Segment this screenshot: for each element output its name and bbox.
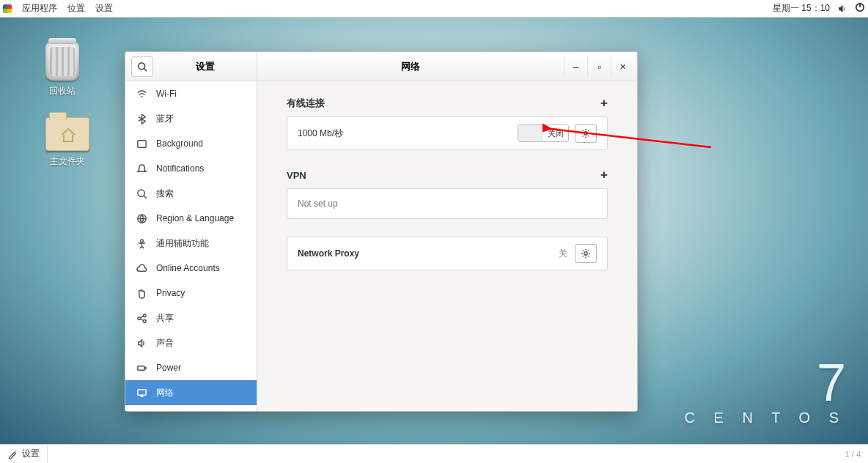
sidebar-item-label: Wi-Fi xyxy=(156,89,177,99)
titlebar: 设置 网络 – ▫ × xyxy=(125,52,637,81)
sidebar-item-background[interactable]: Background xyxy=(125,131,257,156)
trash-icon xyxy=(45,42,79,81)
home-folder-icon xyxy=(45,117,89,151)
svg-point-15 xyxy=(584,132,587,135)
sidebar-item-label: 通用辅助功能 xyxy=(156,237,209,250)
os-logo-icon xyxy=(3,4,12,13)
sidebar-item-network[interactable]: 网络 xyxy=(125,380,257,405)
sidebar-item-label: 蓝牙 xyxy=(156,113,174,125)
svg-point-2 xyxy=(139,62,145,69)
desktop-trash[interactable]: 回收站 xyxy=(45,42,79,97)
centos-version: 7 xyxy=(685,359,846,407)
window-maximize-button[interactable]: ▫ xyxy=(587,56,611,77)
window-minimize-button[interactable]: – xyxy=(564,56,587,77)
svg-point-9 xyxy=(137,316,140,319)
wired-section-title: 有线连接 xyxy=(287,97,325,110)
add-vpn-button[interactable]: + xyxy=(600,168,608,182)
taskbar-right-hint: 1 / 4 xyxy=(845,450,868,459)
wired-settings-button[interactable] xyxy=(575,124,597,143)
add-wired-button[interactable]: + xyxy=(600,96,608,111)
sidebar-item-wifi[interactable]: Wi-Fi xyxy=(125,81,257,106)
menu-places[interactable]: 位置 xyxy=(67,2,85,15)
panel-title-settings: 设置 xyxy=(153,60,257,73)
home-label: 主文件夹 xyxy=(50,155,85,168)
sound-icon xyxy=(136,337,147,349)
taskbar-item-label: 设置 xyxy=(22,448,40,460)
top-menubar: 应用程序 位置 设置 星期一 15：10 xyxy=(0,0,868,18)
sidebar-item-notifications[interactable]: Notifications xyxy=(125,156,257,181)
vpn-status: Not set up xyxy=(287,189,607,218)
svg-point-5 xyxy=(137,189,144,196)
sidebar-item-accessibility[interactable]: 通用辅助功能 xyxy=(125,231,257,256)
panel-title-network: 网络 xyxy=(257,60,564,73)
centos-name: C E N T O S xyxy=(685,410,846,426)
bluetooth-icon xyxy=(136,113,147,125)
svg-point-11 xyxy=(143,319,146,322)
centos-brand: 7 C E N T O S xyxy=(685,359,846,426)
accessibility-icon xyxy=(136,237,147,249)
bottom-taskbar: 设置 1 / 4 xyxy=(0,444,868,463)
sidebar-item-label: Online Accounts xyxy=(156,263,220,273)
battery-icon xyxy=(136,362,147,374)
trash-label: 回收站 xyxy=(49,85,76,97)
proxy-label: Network Proxy xyxy=(298,248,559,259)
taskbar-settings-item[interactable]: 设置 xyxy=(0,445,48,463)
clock: 星期一 15：10 xyxy=(773,2,830,15)
svg-point-16 xyxy=(584,252,587,255)
network-panel: 有线连接 + 1000 Mb/秒 关闭 VPN + xyxy=(257,81,637,411)
cloud-icon xyxy=(136,262,147,274)
sidebar-item-label: Region & Language xyxy=(156,213,234,223)
globe-icon xyxy=(136,212,147,224)
wired-toggle-switch[interactable]: 关闭 xyxy=(518,125,569,142)
sidebar-item-label: 声音 xyxy=(156,337,174,349)
sidebar-item-online-accounts[interactable]: Online Accounts xyxy=(125,256,257,281)
menu-applications[interactable]: 应用程序 xyxy=(22,2,57,15)
sidebar-item-label: Background xyxy=(156,138,203,149)
vpn-card: Not set up xyxy=(287,188,608,219)
sidebar-item-privacy[interactable]: Privacy xyxy=(125,281,257,305)
sidebar-item-sound[interactable]: 声音 xyxy=(125,330,257,355)
desktop-home-folder[interactable]: 主文件夹 xyxy=(45,117,89,168)
sidebar-item-label: Power xyxy=(156,363,181,373)
proxy-card: Network Proxy 关 xyxy=(287,237,608,270)
proxy-settings-button[interactable] xyxy=(575,244,597,263)
svg-rect-13 xyxy=(144,367,146,368)
hand-icon xyxy=(136,287,147,299)
sidebar-item-label: Notifications xyxy=(156,163,204,174)
switch-off-track xyxy=(518,125,543,141)
sidebar-item-bluetooth[interactable]: 蓝牙 xyxy=(125,106,257,131)
window-close-button[interactable]: × xyxy=(611,56,634,77)
svg-line-6 xyxy=(144,196,147,199)
svg-line-3 xyxy=(144,68,147,71)
svg-rect-12 xyxy=(137,366,144,370)
sidebar-item-label: 网络 xyxy=(156,387,174,399)
wifi-icon xyxy=(136,88,147,100)
svg-point-10 xyxy=(143,314,146,316)
wired-speed: 1000 Mb/秒 xyxy=(298,127,518,140)
bell-icon xyxy=(136,163,147,174)
volume-icon[interactable] xyxy=(837,4,847,14)
sidebar-item-power[interactable]: Power xyxy=(125,355,257,380)
sidebar-item-region-language[interactable]: Region & Language xyxy=(125,206,257,231)
svg-rect-14 xyxy=(137,389,145,395)
svg-rect-4 xyxy=(137,140,145,147)
menu-settings[interactable]: 设置 xyxy=(95,2,113,15)
settings-window: 设置 网络 – ▫ × Wi-Fi 蓝牙 Background Not xyxy=(125,51,638,412)
search-button[interactable] xyxy=(131,56,153,77)
proxy-state: 关 xyxy=(559,248,567,260)
share-icon xyxy=(136,312,147,324)
sidebar-item-sharing[interactable]: 共享 xyxy=(125,305,257,330)
background-icon xyxy=(136,138,147,149)
settings-sidebar: Wi-Fi 蓝牙 Background Notifications 搜索 Reg… xyxy=(125,81,257,411)
vpn-section-title: VPN xyxy=(287,170,306,181)
network-icon xyxy=(136,387,147,399)
switch-off-label: 关闭 xyxy=(543,125,568,141)
search-icon xyxy=(136,188,147,199)
wired-connection-card: 1000 Mb/秒 关闭 xyxy=(287,116,608,150)
power-icon[interactable] xyxy=(855,2,865,15)
sidebar-item-label: 搜索 xyxy=(156,188,174,200)
sidebar-item-search[interactable]: 搜索 xyxy=(125,181,257,206)
sidebar-item-label: 共享 xyxy=(156,312,174,325)
sidebar-item-label: Privacy xyxy=(156,288,185,298)
svg-point-8 xyxy=(140,239,143,242)
